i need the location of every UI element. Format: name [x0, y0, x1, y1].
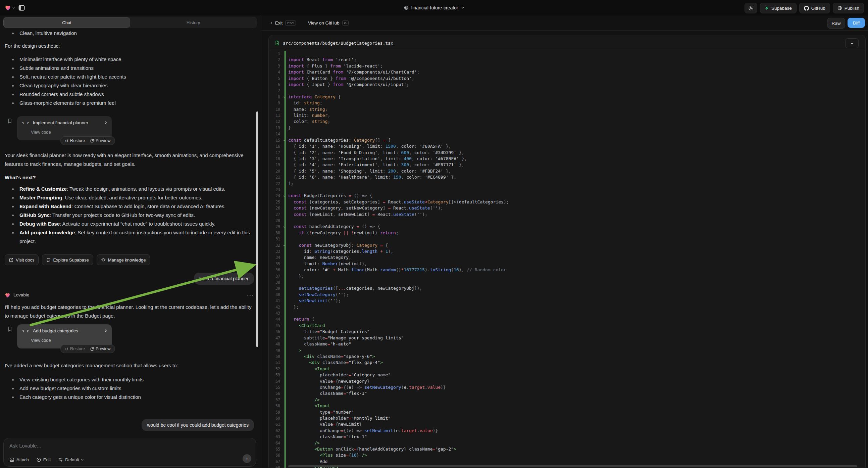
- chat-bubble-icon: [46, 258, 51, 262]
- supabase-button[interactable]: Supabase: [760, 3, 797, 13]
- list-item: Add new budget categories with custom li…: [0, 384, 255, 393]
- code-line: 21 { id: '6', name: 'Healthcare', limit:…: [269, 174, 865, 180]
- chevron-down-icon: [461, 6, 464, 9]
- fold-chevron-icon[interactable]: [280, 224, 288, 230]
- assistant-name: Lovable: [13, 292, 29, 297]
- code-line: 40 setNewCategory('');: [269, 292, 865, 298]
- code-line: 66 <Plus size={16} />: [269, 452, 865, 458]
- code-line: 29 const handleAddCategory = () => {: [269, 224, 865, 230]
- code-line: 12 color: string;: [269, 118, 865, 124]
- raw-toggle-button[interactable]: Raw: [827, 18, 845, 29]
- chevron-down-icon: [81, 458, 84, 461]
- sidebar-toggle-icon[interactable]: [19, 5, 25, 11]
- code-line: 60 placeholder="Monthly limit": [269, 415, 865, 421]
- code-tag-icon: < >: [22, 329, 30, 333]
- top-bar: financial-future-creator Supabase GitHub: [0, 0, 868, 16]
- chat-input[interactable]: Ask Lovable...: [9, 443, 41, 448]
- code-line: 6import { Input } from '@/components/ui/…: [269, 82, 865, 88]
- fold-chevron-icon[interactable]: [280, 193, 288, 199]
- code-body[interactable]: 12import React from 'react';3import { Pl…: [269, 51, 865, 468]
- added-bullet-list: View existing budget categories with the…: [0, 375, 255, 402]
- user-message-bubble: build a financial planner: [194, 273, 254, 285]
- version-card-title: Add budget categories: [33, 328, 78, 333]
- explore-supabase-button[interactable]: Explore Supabase: [42, 255, 93, 265]
- fold-chevron-icon[interactable]: [280, 242, 288, 248]
- preview-button[interactable]: Preview: [90, 138, 111, 143]
- exit-button[interactable]: ‹ Exit ESC: [271, 16, 296, 30]
- tab-chat[interactable]: Chat: [3, 18, 130, 28]
- code-line: 23: [269, 187, 865, 193]
- code-line: 63 className="flex-1": [269, 434, 865, 440]
- list-item: Expand with Backend: Connect Supabase to…: [0, 202, 255, 211]
- chevron-right-icon: [104, 329, 108, 333]
- code-line: 3import { Plus } from 'lucide-react';: [269, 63, 865, 69]
- diff-toggle-button[interactable]: Diff: [847, 18, 865, 28]
- code-line: 58 <Input: [269, 403, 865, 409]
- view-code-link[interactable]: View code: [31, 338, 51, 343]
- horizontal-scrollbar[interactable]: [288, 465, 857, 467]
- version-card-title: Implement financial planner: [33, 120, 88, 125]
- chevron-up-icon: [850, 41, 854, 45]
- attach-button[interactable]: Attach: [9, 457, 29, 462]
- preview-button[interactable]: Preview: [90, 347, 111, 351]
- code-line: 30 if (!newCategory || !newLimit) return…: [269, 230, 865, 236]
- manage-knowledge-button[interactable]: Manage knowledge: [97, 255, 150, 265]
- code-line: 49 >: [269, 348, 865, 353]
- file-path: src/components/budget/BudgetCategories.t…: [283, 40, 393, 46]
- code-line: 38: [269, 279, 865, 285]
- lovable-logo-heart-icon[interactable]: [5, 5, 15, 11]
- publish-button[interactable]: Publish: [833, 3, 864, 13]
- app-window: financial-future-creator Supabase GitHub: [0, 0, 868, 468]
- code-line: 32 const newCategoryObj: Category = {: [269, 242, 865, 248]
- code-lines: 12import React from 'react';3import { Pl…: [269, 51, 865, 468]
- fold-chevron-icon[interactable]: [280, 137, 288, 143]
- send-button[interactable]: ↑: [243, 454, 251, 463]
- github-label: GitHub: [811, 6, 826, 11]
- code-line: 53 placeholder="Category name": [269, 372, 865, 378]
- settings-button[interactable]: [745, 3, 757, 13]
- chat-scrollbar-thumb[interactable]: [256, 112, 258, 347]
- supabase-bolt-icon: [765, 6, 769, 10]
- restore-button[interactable]: ↺Restore: [65, 347, 85, 351]
- message-options-button[interactable]: ···: [247, 292, 254, 298]
- collapse-file-button[interactable]: [845, 38, 859, 48]
- user-message-bubble: would be cool if you could add budget ca…: [142, 419, 254, 431]
- list-item: Clean typography with clear hierarchies: [0, 81, 255, 90]
- code-line: 44 return (: [269, 316, 865, 322]
- chat-tabbar: Chat History: [3, 17, 257, 28]
- code-line: 5import { Button } from '@/components/ui…: [269, 76, 865, 82]
- view-code-link[interactable]: View code: [31, 129, 51, 135]
- edit-mode-button[interactable]: Edit: [36, 457, 51, 462]
- back-chevron-icon: ‹: [271, 20, 273, 26]
- chevron-right-icon: [104, 121, 108, 124]
- code-line: 57 />: [269, 397, 865, 403]
- fold-chevron-icon[interactable]: [280, 94, 288, 100]
- visit-docs-button[interactable]: Visit docs: [5, 255, 39, 265]
- restore-button[interactable]: ↺Restore: [65, 138, 85, 143]
- sliders-icon: [58, 457, 63, 462]
- code-tag-icon: < >: [22, 120, 30, 125]
- tab-history[interactable]: History: [130, 18, 256, 28]
- list-item: Minimalist interface with plenty of whit…: [0, 55, 255, 64]
- view-on-github-button[interactable]: View on GitHub G: [308, 16, 349, 30]
- code-line: 27 const [newLimit, setNewLimit] = React…: [269, 211, 865, 217]
- file-added-icon: [275, 40, 279, 46]
- bookmark-icon[interactable]: [7, 118, 12, 124]
- gear-icon: [748, 6, 753, 11]
- project-switcher[interactable]: financial-future-creator: [404, 0, 464, 16]
- bookmark-icon[interactable]: [7, 326, 12, 332]
- github-button[interactable]: GitHub: [799, 3, 830, 13]
- code-line: 67 Add: [269, 459, 865, 465]
- code-line: 45 <ChartCard: [269, 323, 865, 329]
- mode-select[interactable]: Default: [58, 457, 84, 462]
- code-line: 51 <div className="flex gap-4">: [269, 359, 865, 365]
- code-line: 17 { id: '2', name: 'Food & Dining', lim…: [269, 150, 865, 156]
- target-icon: [36, 457, 41, 462]
- globe-icon: [404, 5, 408, 10]
- globe-icon: [837, 6, 842, 10]
- code-line: 52 <Input: [269, 366, 865, 372]
- lovable-heart-icon: [5, 292, 10, 298]
- composer[interactable]: Ask Lovable... Attach Edit Default ↑: [3, 438, 256, 467]
- external-link-icon: [90, 139, 94, 143]
- help-paragraph: I'll help you add budget categories to t…: [0, 303, 255, 320]
